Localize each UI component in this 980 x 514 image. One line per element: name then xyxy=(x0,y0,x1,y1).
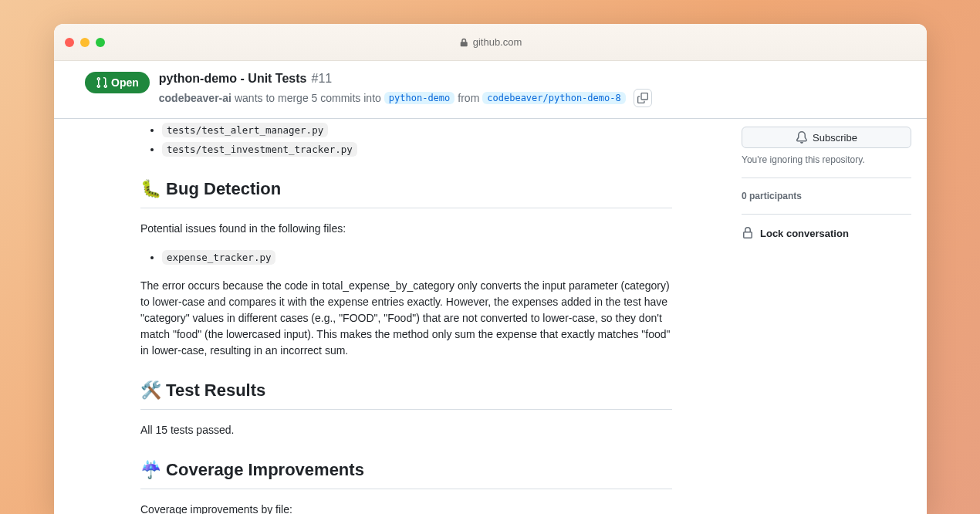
file-path: expense_tracker.py xyxy=(162,250,275,265)
pr-from-text: from xyxy=(458,92,479,104)
url-bar[interactable]: github.com xyxy=(459,36,522,48)
pr-state-label: Open xyxy=(111,76,139,89)
list-item: tests/test_investment_tracker.py xyxy=(162,141,672,157)
ignoring-text: You're ignoring this repository. xyxy=(742,154,911,165)
test-results-text: All 15 tests passed. xyxy=(140,422,672,438)
subscribe-label: Subscribe xyxy=(813,132,857,144)
pr-number: #11 xyxy=(311,72,332,86)
lock-icon xyxy=(742,227,754,239)
pr-meta: codebeaver-ai wants to merge 5 commits i… xyxy=(159,89,896,107)
bell-icon xyxy=(796,131,808,144)
bug-detection-heading: 🐛 Bug Detection xyxy=(140,176,672,208)
coverage-heading: ☔ Coverage Improvements xyxy=(140,457,672,489)
participants-label: 0 participants xyxy=(742,191,911,201)
minimize-window-button[interactable] xyxy=(80,38,90,47)
file-path: tests/test_alert_manager.py xyxy=(162,123,328,137)
sidebar: Subscribe You're ignoring this repositor… xyxy=(726,119,927,514)
subscribe-button[interactable]: Subscribe xyxy=(742,127,911,148)
participants-section: 0 participants xyxy=(742,178,911,214)
main-column: tests/test_alert_manager.py tests/test_i… xyxy=(54,119,726,514)
content-area: tests/test_alert_manager.py tests/test_i… xyxy=(54,119,927,514)
pr-header: Open python-demo - Unit Tests #11 codebe… xyxy=(54,61,927,119)
list-item: expense_tracker.py xyxy=(162,249,672,265)
lock-conversation-button[interactable]: Lock conversation xyxy=(742,227,911,239)
git-pull-request-icon xyxy=(96,76,108,89)
browser-window: github.com Open python-demo - Unit Tests… xyxy=(54,24,927,514)
pr-merge-text: wants to merge 5 commits into xyxy=(235,92,381,104)
bug-file-list: expense_tracker.py xyxy=(140,249,672,265)
close-window-button[interactable] xyxy=(65,38,74,47)
pr-author[interactable]: codebeaver-ai xyxy=(159,92,231,104)
file-list-top: tests/test_alert_manager.py tests/test_i… xyxy=(140,122,672,157)
copy-branch-button[interactable] xyxy=(634,89,652,107)
lock-section: Lock conversation xyxy=(742,214,911,252)
test-results-heading: 🛠️ Test Results xyxy=(140,377,672,410)
base-branch[interactable]: python-demo xyxy=(384,92,455,104)
lock-label: Lock conversation xyxy=(760,228,849,239)
pr-state-badge: Open xyxy=(85,72,150,93)
maximize-window-button[interactable] xyxy=(96,38,105,47)
browser-chrome: github.com xyxy=(54,24,927,61)
list-item: tests/test_alert_manager.py xyxy=(162,122,672,138)
file-path: tests/test_investment_tracker.py xyxy=(162,142,357,157)
coverage-intro-text: Coverage improvements by file: xyxy=(140,502,672,514)
window-controls xyxy=(65,38,105,47)
url-text: github.com xyxy=(473,36,522,48)
lock-icon xyxy=(459,38,468,47)
pr-title-block: python-demo - Unit Tests #11 codebeaver-… xyxy=(159,72,896,107)
bug-intro-text: Potential issues found in the following … xyxy=(140,221,672,237)
pr-title[interactable]: python-demo - Unit Tests xyxy=(159,72,307,86)
head-branch[interactable]: codebeaver/python-demo-8 xyxy=(482,92,625,104)
copy-icon xyxy=(637,93,648,103)
pr-body: tests/test_alert_manager.py tests/test_i… xyxy=(140,122,695,514)
bug-explanation: The error occurs because the code in tot… xyxy=(140,278,672,359)
